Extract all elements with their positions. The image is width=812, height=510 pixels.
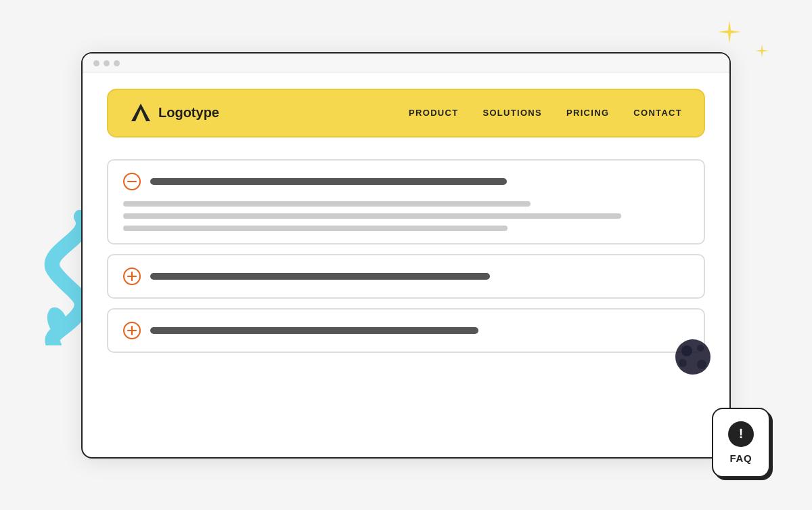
faq-badge[interactable]: ! FAQ (712, 408, 770, 477)
browser-window: Logotype PRODUCT SOLUTIONS PRICING CONTA… (81, 52, 731, 459)
accordion-header-2[interactable] (123, 268, 689, 285)
browser-body: Logotype PRODUCT SOLUTIONS PRICING CONTA… (83, 72, 729, 452)
svg-point-11 (675, 339, 710, 375)
faq-accordion (107, 159, 705, 353)
svg-point-13 (697, 345, 704, 352)
nav-link-product[interactable]: PRODUCT (409, 108, 458, 118)
svg-point-12 (681, 345, 692, 356)
minus-circle-icon (123, 173, 141, 190)
accordion-title-bar-3 (150, 327, 478, 334)
accordion-item-2[interactable] (107, 254, 705, 299)
browser-chrome (83, 54, 729, 72)
accordion-title-bar-1 (150, 178, 507, 185)
star-large-icon (718, 20, 741, 43)
nav-link-solutions[interactable]: SOLUTIONS (482, 108, 542, 118)
nav-link-contact[interactable]: CONTACT (633, 108, 682, 118)
accordion-content-1 (123, 201, 689, 231)
navbar: Logotype PRODUCT SOLUTIONS PRICING CONTA… (107, 89, 705, 137)
plus-circle-icon-2 (123, 268, 141, 285)
logo-text: Logotype (158, 105, 219, 121)
faq-exclamation: ! (739, 426, 744, 442)
faq-badge-icon: ! (728, 421, 754, 447)
browser-dot-2 (104, 60, 110, 66)
nav-links: PRODUCT SOLUTIONS PRICING CONTACT (409, 108, 682, 118)
nav-link-pricing[interactable]: PRICING (566, 108, 609, 118)
faq-badge-label: FAQ (729, 452, 752, 464)
accordion-item-3[interactable] (107, 308, 705, 353)
accordion-header-3[interactable] (123, 322, 689, 339)
accordion-title-bar-2 (150, 273, 490, 280)
plus-circle-icon-3 (123, 322, 141, 339)
browser-dot-1 (93, 60, 99, 66)
logo-icon (130, 102, 152, 124)
browser-dot-3 (114, 60, 120, 66)
svg-point-15 (697, 360, 706, 369)
star-small-icon (755, 44, 769, 58)
logo-area: Logotype (130, 102, 219, 124)
ink-blob-decoration (675, 339, 712, 376)
content-bar-1-2 (123, 213, 621, 219)
svg-point-14 (679, 359, 687, 367)
accordion-header-1[interactable] (123, 173, 689, 190)
accordion-item-1[interactable] (107, 159, 705, 245)
content-bar-1-3 (123, 226, 508, 231)
content-bar-1-1 (123, 201, 531, 207)
